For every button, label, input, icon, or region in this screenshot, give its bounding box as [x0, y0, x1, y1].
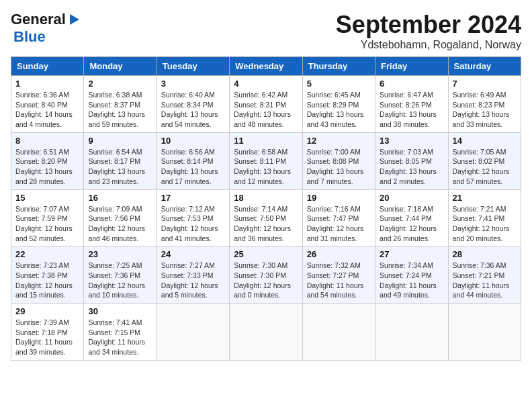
sunrise-label: Sunrise: 6:45 AM	[307, 91, 361, 99]
day-number: 10	[161, 136, 225, 146]
empty-cell	[230, 304, 302, 361]
calendar-day-14: 14 Sunrise: 7:05 AM Sunset: 8:02 PM Dayl…	[448, 132, 521, 189]
daylight-label: Daylight: 14 hours and 4 minutes.	[15, 110, 73, 128]
calendar-day-24: 24 Sunrise: 7:27 AM Sunset: 7:33 PM Dayl…	[157, 246, 229, 304]
daylight-label: Daylight: 11 hours and 54 minutes.	[307, 281, 364, 300]
calendar-day-6: 6 Sunrise: 6:47 AM Sunset: 8:26 PM Dayli…	[375, 76, 448, 133]
header-thursday: Thursday	[302, 57, 375, 76]
sunrise-label: Sunrise: 7:41 AM	[88, 318, 142, 326]
calendar-day-11: 11 Sunrise: 6:58 AM Sunset: 8:11 PM Dayl…	[230, 132, 302, 189]
sunrise-label: Sunrise: 7:07 AM	[15, 205, 69, 213]
calendar-day-21: 21 Sunrise: 7:21 AM Sunset: 7:41 PM Dayl…	[448, 189, 521, 246]
day-number: 25	[234, 249, 298, 259]
day-number: 13	[380, 136, 443, 146]
page-header: General Blue September 2024 Ydstebohamn,…	[11, 11, 521, 51]
calendar-day-1: 1 Sunrise: 6:36 AM Sunset: 8:40 PM Dayli…	[11, 76, 84, 133]
day-number: 30	[88, 306, 152, 316]
calendar-day-7: 7 Sunrise: 6:49 AM Sunset: 8:23 PM Dayli…	[448, 76, 521, 133]
day-detail: Sunrise: 6:54 AM Sunset: 8:17 PM Dayligh…	[88, 147, 152, 187]
sunrise-label: Sunrise: 7:18 AM	[380, 205, 433, 213]
day-detail: Sunrise: 7:07 AM Sunset: 7:59 PM Dayligh…	[15, 204, 79, 244]
sunrise-label: Sunrise: 6:51 AM	[15, 148, 69, 156]
calendar-day-12: 12 Sunrise: 7:00 AM Sunset: 8:08 PM Dayl…	[302, 132, 375, 189]
daylight-label: Daylight: 13 hours and 28 minutes.	[15, 167, 73, 185]
day-number: 8	[15, 136, 79, 146]
daylight-label: Daylight: 12 hours and 57 minutes.	[453, 167, 510, 185]
daylight-label: Daylight: 13 hours and 7 minutes.	[307, 167, 364, 185]
calendar-header-row: SundayMondayTuesdayWednesdayThursdayFrid…	[11, 57, 521, 76]
sunset-label: Sunset: 7:27 PM	[307, 271, 359, 279]
sunrise-label: Sunrise: 7:14 AM	[234, 205, 287, 213]
sunrise-label: Sunrise: 7:23 AM	[15, 261, 69, 269]
sunrise-label: Sunrise: 7:39 AM	[15, 318, 69, 326]
sunset-label: Sunset: 8:31 PM	[234, 101, 286, 109]
header-sunday: Sunday	[11, 57, 84, 76]
calendar-day-9: 9 Sunrise: 6:54 AM Sunset: 8:17 PM Dayli…	[84, 132, 157, 189]
sunset-label: Sunset: 7:59 PM	[15, 214, 68, 222]
daylight-label: Daylight: 13 hours and 54 minutes.	[161, 110, 218, 128]
empty-cell	[448, 304, 521, 361]
calendar-week-5: 29 Sunrise: 7:39 AM Sunset: 7:18 PM Dayl…	[11, 304, 521, 361]
header-monday: Monday	[84, 57, 157, 76]
day-number: 22	[15, 249, 79, 259]
sunrise-label: Sunrise: 7:30 AM	[234, 261, 287, 269]
day-number: 5	[307, 79, 371, 89]
sunrise-label: Sunrise: 6:54 AM	[88, 148, 142, 156]
calendar-day-13: 13 Sunrise: 7:03 AM Sunset: 8:05 PM Dayl…	[375, 132, 448, 189]
sunset-label: Sunset: 7:21 PM	[453, 271, 505, 279]
sunset-label: Sunset: 8:14 PM	[161, 157, 214, 165]
calendar-day-28: 28 Sunrise: 7:36 AM Sunset: 7:21 PM Dayl…	[448, 246, 521, 304]
sunset-label: Sunset: 8:02 PM	[453, 157, 505, 165]
calendar-week-1: 1 Sunrise: 6:36 AM Sunset: 8:40 PM Dayli…	[11, 76, 521, 133]
sunrise-label: Sunrise: 7:16 AM	[307, 205, 361, 213]
calendar-day-17: 17 Sunrise: 7:12 AM Sunset: 7:53 PM Dayl…	[157, 189, 229, 246]
calendar-week-3: 15 Sunrise: 7:07 AM Sunset: 7:59 PM Dayl…	[11, 189, 521, 246]
sunset-label: Sunset: 7:36 PM	[88, 271, 140, 279]
sunrise-label: Sunrise: 7:12 AM	[161, 205, 215, 213]
daylight-label: Daylight: 12 hours and 0 minutes.	[234, 281, 291, 300]
day-number: 17	[161, 193, 225, 203]
calendar-day-19: 19 Sunrise: 7:16 AM Sunset: 7:47 PM Dayl…	[302, 189, 375, 246]
sunset-label: Sunset: 8:37 PM	[88, 101, 140, 109]
calendar-day-15: 15 Sunrise: 7:07 AM Sunset: 7:59 PM Dayl…	[11, 189, 84, 246]
sunset-label: Sunset: 8:40 PM	[15, 101, 68, 109]
sunrise-label: Sunrise: 6:40 AM	[161, 91, 215, 99]
day-number: 3	[161, 79, 225, 89]
day-detail: Sunrise: 7:09 AM Sunset: 7:56 PM Dayligh…	[88, 204, 152, 244]
sunrise-label: Sunrise: 7:09 AM	[88, 205, 142, 213]
day-detail: Sunrise: 7:30 AM Sunset: 7:30 PM Dayligh…	[234, 261, 298, 300]
calendar-day-3: 3 Sunrise: 6:40 AM Sunset: 8:34 PM Dayli…	[157, 76, 229, 133]
sunrise-label: Sunrise: 7:34 AM	[380, 261, 433, 269]
day-detail: Sunrise: 6:49 AM Sunset: 8:23 PM Dayligh…	[453, 90, 517, 130]
calendar-day-2: 2 Sunrise: 6:38 AM Sunset: 8:37 PM Dayli…	[84, 76, 157, 133]
sunrise-label: Sunrise: 7:21 AM	[453, 205, 506, 213]
day-detail: Sunrise: 6:40 AM Sunset: 8:34 PM Dayligh…	[161, 90, 225, 130]
daylight-label: Daylight: 12 hours and 52 minutes.	[15, 224, 73, 242]
sunset-label: Sunset: 8:11 PM	[234, 157, 286, 165]
calendar-table: SundayMondayTuesdayWednesdayThursdayFrid…	[11, 56, 521, 361]
daylight-label: Daylight: 13 hours and 38 minutes.	[380, 110, 437, 128]
sunrise-label: Sunrise: 6:38 AM	[88, 91, 142, 99]
daylight-label: Daylight: 11 hours and 34 minutes.	[88, 338, 145, 356]
day-number: 24	[161, 249, 225, 259]
sunset-label: Sunset: 8:08 PM	[307, 157, 359, 165]
day-number: 28	[453, 249, 517, 259]
calendar-day-4: 4 Sunrise: 6:42 AM Sunset: 8:31 PM Dayli…	[230, 76, 302, 133]
daylight-label: Daylight: 11 hours and 49 minutes.	[380, 281, 437, 300]
daylight-label: Daylight: 12 hours and 10 minutes.	[88, 281, 145, 300]
day-detail: Sunrise: 7:03 AM Sunset: 8:05 PM Dayligh…	[380, 147, 443, 187]
sunset-label: Sunset: 7:15 PM	[88, 328, 140, 336]
day-number: 16	[88, 193, 152, 203]
sunset-label: Sunset: 7:41 PM	[453, 214, 505, 222]
sunset-label: Sunset: 7:50 PM	[234, 214, 286, 222]
day-detail: Sunrise: 7:27 AM Sunset: 7:33 PM Dayligh…	[161, 261, 225, 300]
daylight-label: Daylight: 12 hours and 15 minutes.	[15, 281, 73, 300]
sunrise-label: Sunrise: 6:36 AM	[15, 91, 69, 99]
daylight-label: Daylight: 13 hours and 12 minutes.	[234, 167, 291, 185]
day-detail: Sunrise: 7:12 AM Sunset: 7:53 PM Dayligh…	[161, 204, 225, 244]
day-detail: Sunrise: 7:00 AM Sunset: 8:08 PM Dayligh…	[307, 147, 371, 187]
calendar-day-26: 26 Sunrise: 7:32 AM Sunset: 7:27 PM Dayl…	[302, 246, 375, 304]
day-detail: Sunrise: 6:38 AM Sunset: 8:37 PM Dayligh…	[88, 90, 152, 130]
day-number: 15	[15, 193, 79, 203]
day-number: 19	[307, 193, 371, 203]
